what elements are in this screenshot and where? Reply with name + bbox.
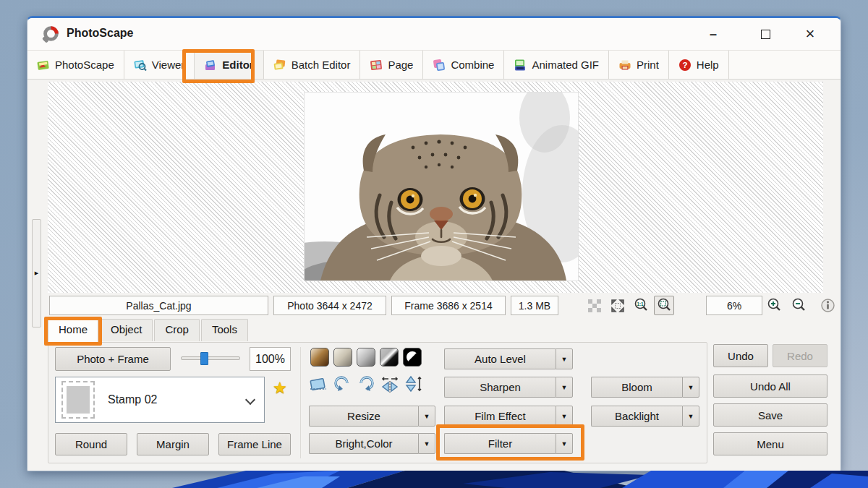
rotate-ccw-button[interactable]	[333, 374, 352, 393]
statusbar: Pallas_Cat.jpg Photo 3644 x 2472 Frame 3…	[27, 294, 841, 318]
grayscale-swatch-button[interactable]	[357, 348, 375, 367]
tab-combine[interactable]: Combine	[423, 51, 504, 79]
tab-help[interactable]: ? Help	[669, 51, 729, 79]
gradient-bw-swatch-button[interactable]	[380, 348, 399, 367]
tab-crop[interactable]: Crop	[154, 319, 200, 341]
tab-home[interactable]: Home	[48, 319, 98, 343]
tab-photoscape[interactable]: PhotoScape	[27, 51, 124, 79]
panel-divider	[300, 347, 301, 458]
transform-tools	[309, 374, 423, 393]
zoom-actual-size-button[interactable]: 1:1	[631, 296, 651, 315]
magnifier-plus-icon	[767, 298, 782, 313]
tab-editor[interactable]: Editor	[195, 51, 263, 79]
auto-level-dropdown[interactable]: Auto Level ▼	[444, 348, 573, 369]
svg-text:?: ?	[682, 61, 687, 69]
frame-line-button[interactable]: Frame Line	[218, 433, 291, 455]
bright-color-dropdown[interactable]: Bright,Color ▼	[309, 433, 435, 454]
tab-viewer[interactable]: Viewer	[124, 51, 195, 79]
round-button[interactable]: Round	[55, 433, 127, 455]
photo-size-label: Photo 3644 x 2472	[273, 296, 386, 315]
flip-vertical-button[interactable]	[404, 374, 423, 393]
tab-page[interactable]: Page	[360, 51, 423, 79]
resize-dropdown[interactable]: Resize ▼	[309, 406, 435, 427]
sharpen-dropdown[interactable]: Sharpen ▼	[444, 377, 573, 398]
photo-frame-button[interactable]: Photo + Frame	[55, 347, 171, 371]
undo-button[interactable]: Undo	[713, 344, 768, 367]
rotate-cw-button[interactable]	[357, 374, 375, 393]
filter-dropdown[interactable]: Filter ▼	[444, 433, 573, 454]
opacity-value-box[interactable]: 100%	[250, 347, 291, 371]
tab-object[interactable]: Object	[100, 319, 153, 341]
info-button[interactable]	[817, 296, 838, 315]
expand-arrows-icon	[610, 299, 625, 313]
transparency-checker-button[interactable]	[584, 296, 605, 315]
backlight-arrow[interactable]: ▼	[682, 406, 699, 427]
collapse-arrow-icon: ▶	[35, 270, 38, 276]
resize-arrow[interactable]: ▼	[418, 406, 435, 427]
magnifier-minus-icon	[791, 298, 807, 313]
help-icon: ?	[678, 59, 692, 72]
undo-all-button[interactable]: Undo All	[713, 374, 827, 398]
fullscreen-button[interactable]	[608, 296, 628, 315]
bloom-dropdown[interactable]: Bloom ▼	[591, 377, 699, 398]
film-effect-dropdown[interactable]: Film Effect ▼	[444, 406, 573, 427]
frame-opacity-slider[interactable]	[181, 356, 240, 360]
antique-swatch-button[interactable]	[333, 348, 352, 367]
zoom-level-value: 6%	[706, 296, 762, 315]
batch-editor-icon	[273, 59, 286, 72]
combine-icon	[433, 59, 446, 72]
windows-wallpaper	[0, 471, 868, 488]
maximize-icon	[761, 30, 770, 39]
svg-text:1:1: 1:1	[637, 301, 644, 307]
page-icon	[370, 59, 383, 72]
frame-size-label: Frame 3686 x 2514	[391, 296, 506, 315]
photoscape-logo-icon	[41, 25, 60, 44]
main-tabbar: PhotoScape Viewer Editor Batch Editor Pa…	[27, 51, 841, 80]
print-icon	[618, 59, 631, 72]
bright-color-arrow[interactable]: ▼	[418, 433, 435, 454]
panel-tabbar: Home Object Crop Tools	[48, 319, 250, 341]
chevron-down-icon	[245, 395, 255, 405]
tab-animated-gif[interactable]: Animated GIF	[504, 51, 609, 79]
film-effect-arrow[interactable]: ▼	[556, 406, 573, 427]
pallas-cat-photo[interactable]	[305, 93, 578, 281]
auto-level-arrow[interactable]: ▼	[556, 348, 573, 369]
sharpen-arrow[interactable]: ▼	[556, 377, 573, 398]
effect-swatches	[310, 348, 422, 367]
frame-select[interactable]: Stamp 02	[55, 377, 265, 423]
photoscape-icon	[37, 59, 50, 72]
margin-button[interactable]: Margin	[137, 433, 209, 455]
checkerboard-icon	[588, 299, 601, 312]
menu-button[interactable]: Menu	[713, 432, 827, 455]
flip-horizontal-button[interactable]	[380, 374, 399, 393]
close-button[interactable]: ×	[793, 22, 827, 46]
titlebar: PhotoScape – ×	[27, 18, 841, 51]
tab-batch-editor[interactable]: Batch Editor	[264, 51, 361, 79]
favorite-star-button[interactable]: ★	[273, 379, 287, 398]
tab-tools[interactable]: Tools	[201, 319, 248, 341]
file-size-label: 1.3 MB	[511, 296, 558, 315]
minimize-button[interactable]: –	[696, 22, 731, 46]
window-title: PhotoScape	[67, 27, 133, 40]
filename-label: Pallas_Cat.jpg	[49, 296, 268, 315]
tab-print[interactable]: Print	[609, 51, 669, 79]
sepia-swatch-button[interactable]	[310, 348, 329, 367]
zoom-fit-button[interactable]	[654, 296, 674, 315]
slider-thumb[interactable]	[200, 352, 208, 365]
stamp-thumbnail	[61, 381, 95, 419]
save-button[interactable]: Save	[713, 403, 827, 427]
redo-button[interactable]: Redo	[773, 344, 827, 367]
maximize-button[interactable]	[748, 22, 783, 46]
filter-arrow[interactable]: ▼	[556, 433, 573, 454]
magnifier-1to1-icon: 1:1	[634, 298, 649, 313]
bloom-arrow[interactable]: ▼	[682, 377, 699, 398]
photoscape-window: PhotoScape – × PhotoScape Viewer Editor …	[27, 16, 841, 471]
threshold-icon	[404, 348, 421, 366]
magnifier-fit-icon	[657, 298, 672, 313]
rotate-photo-button[interactable]	[309, 374, 328, 393]
zoom-out-button[interactable]	[788, 296, 809, 315]
editor-icon	[204, 59, 217, 72]
threshold-swatch-button[interactable]	[403, 348, 422, 367]
backlight-dropdown[interactable]: Backlight ▼	[591, 406, 699, 427]
zoom-in-button[interactable]	[764, 296, 784, 315]
